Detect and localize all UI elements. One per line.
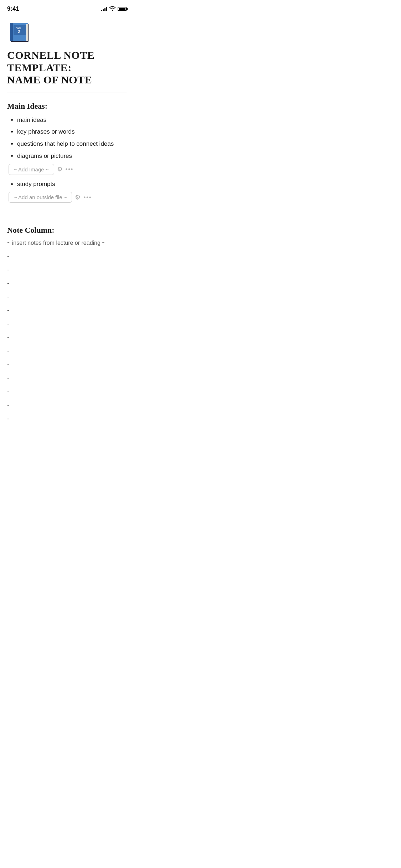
main-ideas-heading: Main Ideas: [7, 102, 127, 111]
page-title: CORNELL NOTE TEMPLATE: NAME OF NOTE [7, 49, 127, 86]
svg-text:VOL.: VOL. [16, 27, 22, 30]
note-column-section: Note Column: ~ insert notes from lecture… [7, 226, 127, 422]
note-insert-text: ~ insert notes from lecture or reading ~ [7, 240, 127, 246]
status-time: 9:41 [7, 5, 19, 12]
dash-line-4: - [7, 293, 127, 300]
gear-icon[interactable]: ⚙ [57, 165, 63, 173]
add-image-widget-row: ~ Add Image ~ ⚙ ••• [7, 164, 127, 175]
dash-line-11: - [7, 388, 127, 395]
dash-line-1: - [7, 253, 127, 260]
book-icon: VOL. 3 [7, 19, 32, 44]
list-item: main ideas [17, 116, 127, 124]
add-image-placeholder[interactable]: ~ Add Image ~ [9, 164, 54, 175]
dash-line-3: - [7, 280, 127, 287]
dash-line-12: - [7, 402, 127, 409]
more-options-icon[interactable]: ••• [66, 166, 74, 172]
svg-text:3: 3 [18, 30, 20, 33]
status-bar: 9:41 [0, 0, 134, 16]
list-item: questions that help to connect ideas [17, 140, 127, 148]
dash-line-13: - [7, 415, 127, 422]
add-file-widget-row: ~ Add an outside file ~ ⚙ ••• [7, 192, 127, 203]
dash-line-2: - [7, 266, 127, 273]
dash-line-8: - [7, 347, 127, 355]
svg-rect-2 [10, 23, 13, 41]
list-item: study prompts [17, 180, 127, 188]
list-item: diagrams or pictures [17, 152, 127, 160]
more-options-icon-2[interactable]: ••• [83, 194, 92, 201]
dash-line-9: - [7, 361, 127, 368]
dash-line-10: - [7, 374, 127, 382]
wifi-icon [109, 6, 115, 12]
status-icons [101, 6, 127, 12]
main-ideas-list: main ideas key phrases or words question… [7, 116, 127, 160]
dash-line-6: - [7, 320, 127, 327]
dash-line-5: - [7, 307, 127, 314]
dash-line-7: - [7, 334, 127, 341]
svg-rect-7 [27, 24, 28, 41]
spacer [7, 208, 127, 222]
main-ideas-section: Main Ideas: main ideas key phrases or wo… [7, 102, 127, 203]
main-content: VOL. 3 CORNELL NOTE TEMPLATE: NAME OF NO… [0, 16, 134, 439]
add-file-placeholder[interactable]: ~ Add an outside file ~ [9, 192, 72, 203]
battery-icon [118, 7, 127, 11]
study-prompts-list: study prompts [7, 180, 127, 188]
signal-icon [101, 7, 107, 11]
title-divider [7, 93, 127, 93]
note-column-heading: Note Column: [7, 226, 127, 235]
list-item: key phrases or words [17, 128, 127, 136]
gear-icon-2[interactable]: ⚙ [75, 193, 81, 201]
